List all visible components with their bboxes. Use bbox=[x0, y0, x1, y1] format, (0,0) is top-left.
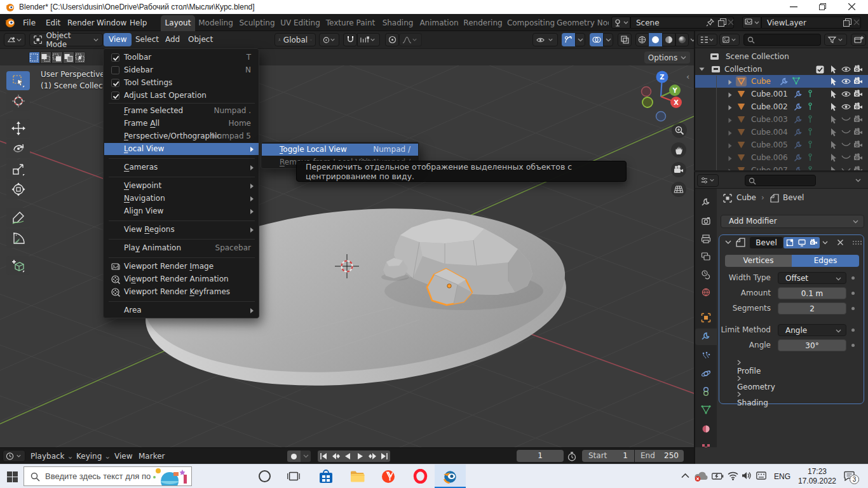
select-mode-intersect[interactable] bbox=[74, 51, 86, 64]
auto-keying-toggle[interactable] bbox=[287, 451, 301, 462]
tool-scale[interactable] bbox=[6, 159, 30, 179]
pin-icon[interactable] bbox=[706, 18, 714, 27]
prev-keyframe-button[interactable] bbox=[330, 451, 342, 462]
collapse-arrow-icon[interactable]: ‹ bbox=[686, 72, 689, 81]
outliner-filter-dropdown[interactable] bbox=[719, 34, 740, 46]
menu-item-perspective-orthographic[interactable]: Perspective/OrthographicNumpad 5 bbox=[104, 130, 259, 142]
pivot-point-dropdown[interactable] bbox=[319, 33, 339, 46]
selectable-icon[interactable] bbox=[829, 140, 837, 149]
proportional-falloff-dropdown[interactable] bbox=[399, 33, 422, 46]
submenu-item-toggle-local-view[interactable]: Toggle Local View Numpad / bbox=[262, 144, 418, 156]
disclosure-collapsed-icon[interactable] bbox=[728, 130, 732, 136]
play-button[interactable] bbox=[354, 451, 366, 462]
menu-item-toolbar[interactable]: ToolbarT bbox=[104, 51, 259, 64]
object-visibility-dropdown[interactable] bbox=[532, 33, 558, 46]
viewlayer-type-dropdown[interactable] bbox=[742, 17, 761, 29]
tool-annotate[interactable] bbox=[6, 208, 30, 227]
selectable-icon[interactable] bbox=[829, 128, 837, 137]
tray-expand-icon[interactable] bbox=[681, 473, 689, 478]
blender-menu-icon[interactable] bbox=[4, 17, 15, 28]
timeline-menu-marker[interactable]: Marker bbox=[139, 452, 165, 461]
tool-rotate[interactable] bbox=[6, 139, 30, 158]
segments-field[interactable]: 2 bbox=[778, 302, 846, 315]
menu-item-viewport-render-animation[interactable]: Viewport Render Animation bbox=[104, 273, 259, 285]
disclosure-collapsed-icon[interactable] bbox=[728, 143, 732, 149]
tab-shading[interactable]: Shading bbox=[378, 15, 417, 31]
camera-visibility-icon[interactable] bbox=[853, 115, 863, 123]
menu-select[interactable]: Select bbox=[130, 33, 164, 46]
selectable-icon[interactable] bbox=[829, 102, 837, 111]
selectable-icon[interactable] bbox=[829, 153, 837, 162]
width-type-dropdown[interactable]: Offset bbox=[778, 272, 846, 284]
camera-visibility-icon[interactable] bbox=[853, 77, 863, 85]
animate-dot[interactable] bbox=[851, 276, 855, 280]
camera-visibility-icon[interactable] bbox=[853, 65, 863, 73]
touch-keyboard-icon[interactable] bbox=[756, 471, 766, 480]
tab-layout[interactable]: Layout bbox=[161, 15, 195, 31]
limit-method-dropdown[interactable]: Angle bbox=[778, 324, 846, 336]
disclosure-collapsed-icon[interactable] bbox=[728, 156, 732, 161]
onedrive-icon[interactable] bbox=[694, 471, 709, 482]
new-scene-icon[interactable] bbox=[718, 18, 726, 27]
menu-item-align-view[interactable]: Align View bbox=[104, 205, 259, 217]
tab-sculpting[interactable]: Sculpting bbox=[236, 15, 278, 31]
menu-item-adjust-last-operation[interactable]: Adjust Last Operation bbox=[104, 90, 259, 102]
outliner-filter-funnel-dropdown[interactable] bbox=[824, 34, 847, 46]
menu-window[interactable]: Window bbox=[97, 18, 126, 27]
frame-start-field[interactable]: Start 1 bbox=[582, 450, 634, 462]
clock-date[interactable]: 17.09.2022 bbox=[793, 477, 841, 485]
tool-measure[interactable] bbox=[6, 229, 30, 248]
breadcrumb-object[interactable]: Cube bbox=[736, 193, 756, 202]
eye-open-icon[interactable] bbox=[841, 90, 851, 98]
menu-add[interactable]: Add bbox=[160, 33, 185, 46]
properties-tab-data[interactable] bbox=[695, 402, 717, 418]
properties-tab-material[interactable] bbox=[695, 421, 717, 437]
panel-expand-chevron[interactable] bbox=[725, 240, 731, 245]
outliner-row-cube.007[interactable]: Cube.007 bbox=[695, 164, 868, 170]
next-keyframe-button[interactable] bbox=[366, 451, 378, 462]
shading-rendered-button[interactable] bbox=[675, 33, 689, 46]
eye-open-icon[interactable] bbox=[841, 65, 851, 73]
camera-visibility-icon[interactable] bbox=[853, 128, 863, 136]
menu-view[interactable]: View bbox=[104, 33, 132, 46]
outliner-row-cube.006[interactable]: Cube.006 bbox=[695, 151, 868, 164]
shading-material-button[interactable] bbox=[662, 33, 675, 46]
modifier-editmode-toggle[interactable] bbox=[783, 237, 796, 248]
properties-tab-world[interactable] bbox=[695, 284, 717, 301]
scene-type-dropdown[interactable] bbox=[611, 17, 630, 29]
timeline-editor-type-dropdown[interactable] bbox=[3, 450, 25, 462]
unlink-scene-icon[interactable] bbox=[728, 19, 734, 25]
menu-help[interactable]: Help bbox=[130, 18, 147, 27]
orthographic-toggle-button[interactable] bbox=[671, 182, 686, 197]
tab-compositing[interactable]: Compositing bbox=[505, 15, 557, 31]
modifier-close-icon[interactable] bbox=[837, 239, 844, 246]
yandex-browser-icon[interactable] bbox=[381, 470, 395, 484]
menu-item-sidebar[interactable]: SidebarN bbox=[104, 64, 259, 76]
eye-closed-icon[interactable] bbox=[841, 142, 851, 148]
collection-checkbox[interactable] bbox=[816, 65, 824, 74]
tab-animation[interactable]: Animation bbox=[417, 15, 461, 31]
timeline-menu-view[interactable]: View bbox=[114, 452, 132, 461]
camera-visibility-icon[interactable] bbox=[853, 166, 863, 170]
section-geometry[interactable]: Geometry bbox=[737, 376, 775, 388]
navigation-gizmo[interactable]: Z Y X bbox=[639, 69, 689, 123]
modifier-realtime-toggle[interactable] bbox=[796, 237, 808, 248]
disclosure-collapsed-icon[interactable] bbox=[728, 105, 732, 111]
menu-item-view-regions[interactable]: View Regions bbox=[104, 224, 259, 236]
scene-name[interactable]: Scene bbox=[636, 18, 660, 27]
editor-type-button[interactable] bbox=[4, 33, 25, 46]
tab-texture-paint[interactable]: Texture Paint bbox=[323, 15, 378, 31]
remove-viewlayer-icon[interactable] bbox=[853, 19, 860, 25]
outliner-row-scene-collection[interactable]: Scene Collection bbox=[695, 50, 868, 63]
current-frame-field[interactable]: 1 bbox=[517, 450, 564, 462]
menu-item-play-animation[interactable]: Play AnimationSpacebar bbox=[104, 242, 259, 254]
select-mode-invert[interactable] bbox=[63, 51, 74, 64]
cortana-icon[interactable] bbox=[258, 470, 271, 483]
properties-tab-tool[interactable] bbox=[695, 194, 717, 211]
file-explorer-icon[interactable] bbox=[350, 470, 365, 483]
pan-button[interactable] bbox=[671, 142, 686, 158]
menu-object[interactable]: Object bbox=[183, 33, 218, 46]
eye-closed-icon[interactable] bbox=[841, 129, 851, 135]
angle-field[interactable]: 30° bbox=[778, 339, 846, 351]
blender-taskbar-button[interactable] bbox=[435, 464, 466, 488]
